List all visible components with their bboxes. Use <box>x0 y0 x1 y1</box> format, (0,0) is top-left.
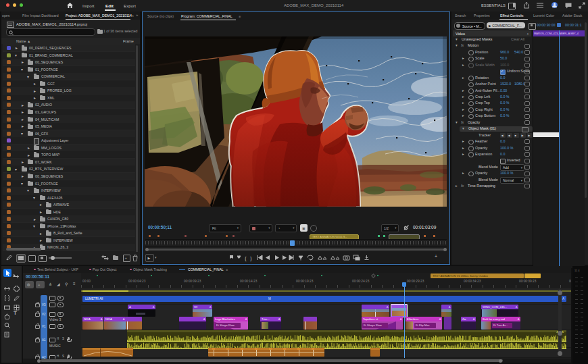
svg-text:{: { <box>245 255 247 261</box>
svg-text:}: } <box>250 255 252 261</box>
